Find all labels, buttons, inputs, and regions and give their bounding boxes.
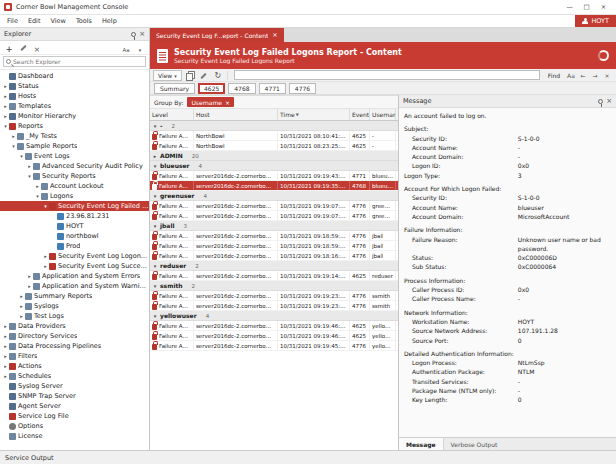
tree-item-syslogs[interactable]: ▸Syslogs bbox=[0, 301, 149, 311]
collapse-icon[interactable]: ▾ bbox=[152, 163, 158, 169]
column-header-time[interactable]: Time▼ bbox=[278, 109, 350, 120]
tree-item-23-96-81-231[interactable]: 23.96.81.231 bbox=[0, 211, 149, 221]
message-body[interactable]: An account failed to log on.Subject:Secu… bbox=[399, 108, 616, 437]
collapse-icon[interactable]: ▾ bbox=[152, 123, 158, 129]
expand-icon[interactable]: ▸ bbox=[2, 323, 9, 329]
tree-item-dashboard[interactable]: Dashboard bbox=[0, 71, 149, 81]
close-button[interactable]: × bbox=[595, 1, 612, 14]
search-input[interactable] bbox=[13, 58, 143, 65]
tree-item-summary-reports[interactable]: ▸Summary Reports bbox=[0, 291, 149, 301]
tree-item-data-processing-pipelines[interactable]: ▸Data Processing Pipelines bbox=[0, 341, 149, 351]
menu-tools[interactable]: Tools bbox=[71, 17, 97, 25]
tree-item-data-providers[interactable]: ▸Data Providers bbox=[0, 321, 149, 331]
menu-file[interactable]: File bbox=[2, 17, 23, 25]
expand-icon[interactable]: ▸ bbox=[2, 83, 9, 89]
event-filter-4771[interactable]: 4771 bbox=[259, 83, 286, 94]
expand-icon[interactable]: ▸ bbox=[18, 313, 25, 319]
collapse-icon[interactable]: ▾ bbox=[152, 223, 158, 229]
table-row[interactable]: Failure Auditserver2016dc-2.cornerbowlso… bbox=[150, 201, 398, 211]
expand-icon[interactable]: ▸ bbox=[2, 333, 9, 339]
column-header-username[interactable]: Username bbox=[370, 109, 396, 120]
tree-item-schedules[interactable]: ▸Schedules bbox=[0, 371, 149, 381]
expand-icon[interactable]: ▸ bbox=[2, 103, 9, 109]
find-close-icon[interactable]: × bbox=[601, 70, 613, 81]
expand-icon[interactable]: ▸ bbox=[18, 303, 25, 309]
expand-icon[interactable]: ▸ bbox=[26, 283, 33, 289]
add-button[interactable] bbox=[3, 42, 15, 53]
refresh-button[interactable] bbox=[212, 70, 224, 81]
tree-item-status[interactable]: ▸Status bbox=[0, 81, 149, 91]
expand-icon[interactable]: ▸ bbox=[10, 133, 17, 139]
match-case-icon[interactable]: Aa bbox=[565, 70, 577, 81]
table-row[interactable]: Failure Auditserver2016dc-2.cornerbowlso… bbox=[150, 231, 398, 241]
table-row[interactable]: Failure Auditserver2016dc-2.cornerbowlso… bbox=[150, 301, 398, 311]
copy-button[interactable] bbox=[184, 70, 196, 81]
expand-icon[interactable]: ▸ bbox=[152, 153, 158, 159]
group-header-item[interactable]: ▾-2 bbox=[150, 121, 398, 131]
event-filter-4776[interactable]: 4776 bbox=[289, 83, 316, 94]
tree-item-advanced-security-audit-policy[interactable]: ▸Advanced Security Audit Policy bbox=[0, 161, 149, 171]
collapse-icon[interactable]: ▾ bbox=[152, 283, 158, 289]
tree-item-prod[interactable]: Prod bbox=[0, 241, 149, 251]
collapse-icon[interactable]: ▾ bbox=[2, 123, 9, 129]
tree-item-hoyt[interactable]: HOYT bbox=[0, 221, 149, 231]
tree-item-monitor-hierarchy[interactable]: ▸Monitor Hierarchy bbox=[0, 111, 149, 121]
edit-report-button[interactable] bbox=[198, 70, 210, 81]
expand-icon[interactable]: ▸ bbox=[2, 363, 9, 369]
collapse-icon[interactable]: ▾ bbox=[26, 173, 33, 179]
expand-icon[interactable]: ▸ bbox=[18, 293, 25, 299]
collapse-icon[interactable]: ▾ bbox=[152, 193, 158, 199]
collapse-icon[interactable]: ▾ bbox=[18, 153, 25, 159]
view-menu-button[interactable]: View bbox=[153, 70, 182, 81]
tree-item-service-log-file[interactable]: Service Log File bbox=[0, 411, 149, 421]
tree-item-security-event-log-successful-logons-report[interactable]: ▸Security Event Log Successful Logons Re… bbox=[0, 261, 149, 271]
minimize-button[interactable]: — bbox=[561, 1, 578, 14]
expand-icon[interactable]: ▸ bbox=[26, 273, 33, 279]
collapse-icon[interactable]: ▾ bbox=[152, 263, 158, 269]
column-header-host[interactable]: Host bbox=[194, 109, 278, 120]
expand-icon[interactable]: ▸ bbox=[34, 183, 41, 189]
expand-icon[interactable]: ▸ bbox=[2, 93, 9, 99]
tree-item-snmp-trap-server[interactable]: SNMP Trap Server bbox=[0, 391, 149, 401]
table-row[interactable]: Failure AuditNorthBowl10/31/2021 08:23:2… bbox=[150, 141, 398, 151]
tree-item-license[interactable]: License bbox=[0, 431, 149, 441]
column-header-level[interactable]: Level bbox=[150, 109, 194, 120]
group-header-reduser[interactable]: ▾reduser2 bbox=[150, 261, 398, 271]
close-icon[interactable] bbox=[139, 30, 145, 38]
match-case-button[interactable] bbox=[120, 42, 132, 53]
menu-help[interactable]: Help bbox=[97, 17, 122, 25]
collapse-icon[interactable]: ▾ bbox=[152, 313, 158, 319]
collapse-all-button[interactable] bbox=[134, 42, 146, 53]
group-by-chip[interactable]: Username bbox=[187, 97, 234, 107]
tab-close-icon[interactable] bbox=[272, 31, 277, 39]
tree-item-logons[interactable]: ▾Logons bbox=[0, 191, 149, 201]
table-row[interactable]: Failure Auditserver2016dc-2.cornerbowlso… bbox=[150, 251, 398, 261]
group-header-jball[interactable]: ▾jball3 bbox=[150, 221, 398, 231]
collapse-icon[interactable]: ▾ bbox=[42, 203, 49, 209]
tree-item-agent-server[interactable]: Agent Server bbox=[0, 401, 149, 411]
table-row[interactable]: Failure Auditserver2016dc-2.cornerbowlso… bbox=[150, 271, 398, 281]
edit-button[interactable] bbox=[17, 42, 29, 53]
tree-item-reports[interactable]: ▾Reports bbox=[0, 121, 149, 131]
expand-icon[interactable]: ▸ bbox=[26, 163, 33, 169]
table-row[interactable]: Failure Auditserver2016dc-2.cornerbowlso… bbox=[150, 181, 398, 191]
group-header-greenuser[interactable]: ▾greenuser4 bbox=[150, 191, 398, 201]
explorer-tree[interactable]: Dashboard▸Status▸Hosts▸Templates▸Monitor… bbox=[0, 70, 149, 450]
tree-item-application-and-system-warnings-and-errors[interactable]: ▸Application and System Warnings and Err… bbox=[0, 281, 149, 291]
table-row[interactable]: Failure Auditserver2016dc-2.cornerbowlso… bbox=[150, 171, 398, 181]
table-row[interactable]: Failure Auditserver2016dc-2.cornerbowlso… bbox=[150, 241, 398, 251]
tree-item-my-tests[interactable]: ▸_My Tests bbox=[0, 131, 149, 141]
tab-message[interactable]: Message bbox=[399, 438, 444, 450]
group-header-blueuser[interactable]: ▾blueuser4 bbox=[150, 161, 398, 171]
tree-item-account-lockout[interactable]: ▸Account Lockout bbox=[0, 181, 149, 191]
event-filter-4768[interactable]: 4768 bbox=[228, 83, 255, 94]
table-row[interactable]: Failure Auditserver2016dc-2.cornerbowlso… bbox=[150, 321, 398, 331]
tree-item-syslog-server[interactable]: Syslog Server bbox=[0, 381, 149, 391]
maximize-button[interactable]: □ bbox=[578, 1, 595, 14]
column-header-event-id[interactable]: Event ID bbox=[350, 109, 370, 120]
menu-view[interactable]: View bbox=[45, 17, 70, 25]
collapse-icon[interactable]: ▾ bbox=[34, 193, 41, 199]
event-filter-4625[interactable]: 4625 bbox=[198, 83, 225, 94]
tree-item-hosts[interactable]: ▸Hosts bbox=[0, 91, 149, 101]
menu-edit[interactable]: Edit bbox=[23, 17, 46, 25]
